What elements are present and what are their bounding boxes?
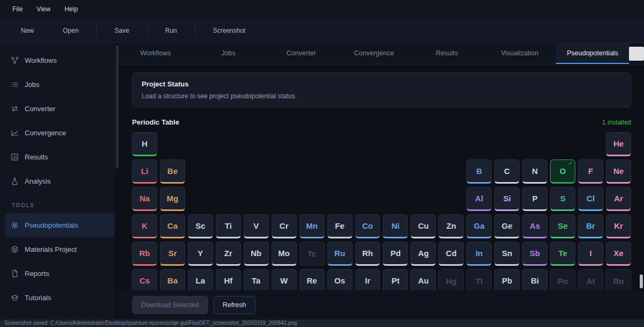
sidebar-item-tutorials[interactable]: Tutorials: [0, 286, 119, 310]
element-symbol: Tl: [475, 277, 482, 286]
tab-visualization[interactable]: Visualization: [484, 43, 557, 64]
sidebar-item-label: Convergence: [25, 129, 66, 137]
sidebar-scrollbar[interactable]: [115, 43, 119, 319]
element-Mn[interactable]: Mn: [299, 214, 325, 238]
element-Ru[interactable]: Ru: [327, 242, 353, 266]
toolbar-screenshot-button[interactable]: Screenshot: [199, 22, 260, 39]
element-H[interactable]: H: [132, 132, 157, 156]
sidebar-item-pseudopotentials[interactable]: Pseudopotentials: [5, 213, 114, 237]
element-Ge[interactable]: Ge: [494, 214, 519, 238]
refresh-button[interactable]: Refresh: [214, 296, 255, 314]
element-Rb[interactable]: Rb: [132, 242, 157, 266]
element-Br[interactable]: Br: [578, 214, 603, 238]
tab-bar: WorkflowsJobsConverterConvergenceResults…: [119, 43, 644, 64]
analysis-icon: [11, 177, 19, 185]
menu-view[interactable]: View: [30, 0, 57, 18]
content-scrollbar-thumb[interactable]: [640, 274, 643, 288]
tab-workflows[interactable]: Workflows: [119, 43, 192, 64]
element-Cl[interactable]: Cl: [578, 187, 603, 211]
sidebar-item-workflows[interactable]: Workflows: [0, 48, 119, 72]
element-Rh[interactable]: Rh: [355, 242, 380, 266]
sidebar-item-reports[interactable]: Reports: [0, 261, 119, 286]
element-Ni[interactable]: Ni: [383, 214, 408, 238]
element-Mo[interactable]: Mo: [272, 242, 297, 266]
element-symbol: Ca: [167, 221, 178, 230]
element-Sc[interactable]: Sc: [188, 214, 213, 238]
toolbar-run-button[interactable]: Run: [151, 22, 192, 39]
menu-file[interactable]: File: [5, 0, 30, 18]
element-Kr[interactable]: Kr: [606, 214, 631, 238]
element-Tc[interactable]: Tc: [299, 242, 325, 266]
element-symbol: Xe: [613, 249, 623, 258]
element-Cd[interactable]: Cd: [438, 242, 464, 266]
element-Nb[interactable]: Nb: [244, 242, 269, 266]
element-In[interactable]: In: [466, 242, 492, 266]
element-K[interactable]: K: [132, 214, 157, 238]
element-As[interactable]: As: [522, 214, 547, 238]
sidebar-item-converter[interactable]: Converter: [0, 97, 119, 121]
element-O[interactable]: O✓: [550, 159, 575, 184]
element-symbol: In: [475, 249, 482, 258]
sidebar-item-convergence[interactable]: Convergence: [0, 121, 119, 145]
element-Li[interactable]: Li: [132, 159, 157, 184]
tab-scrollbar[interactable]: [629, 47, 644, 61]
element-Sr[interactable]: Sr: [160, 242, 185, 266]
sidebar-scrollbar-thumb[interactable]: [116, 45, 119, 169]
toolbar-open-button[interactable]: Open: [48, 22, 93, 39]
element-Na[interactable]: Na: [132, 187, 157, 211]
element-Al[interactable]: Al: [466, 187, 492, 211]
status-text: Screenshot saved: C:/Users/Administrator…: [4, 320, 297, 326]
element-Cr[interactable]: Cr: [272, 214, 297, 238]
element-Pd[interactable]: Pd: [383, 242, 408, 266]
element-Y[interactable]: Y: [188, 242, 213, 266]
element-Co[interactable]: Co: [355, 214, 380, 238]
element-Be[interactable]: Be: [160, 159, 185, 184]
element-Zn[interactable]: Zn: [438, 214, 464, 238]
element-Ne[interactable]: Ne: [606, 159, 631, 184]
sidebar-item-materials-project[interactable]: Materials Project: [0, 237, 119, 261]
element-B[interactable]: B: [466, 159, 492, 184]
sidebar-nav: WorkflowsJobsConverterConvergenceResults…: [0, 48, 119, 193]
element-Mg[interactable]: Mg: [160, 187, 185, 211]
element-Xe[interactable]: Xe: [606, 242, 631, 266]
installed-check-icon: ✓: [569, 161, 573, 166]
element-Ar[interactable]: Ar: [606, 187, 631, 211]
sidebar-item-analysis[interactable]: Analysis: [0, 169, 119, 193]
download-selected-button[interactable]: Download Selected: [132, 296, 208, 314]
element-P[interactable]: P: [522, 187, 547, 211]
element-Sn[interactable]: Sn: [494, 242, 519, 266]
element-S[interactable]: S: [550, 187, 575, 211]
element-N[interactable]: N: [522, 159, 547, 184]
element-Zr[interactable]: Zr: [216, 242, 241, 266]
element-Si[interactable]: Si: [494, 187, 519, 211]
element-Cu[interactable]: Cu: [411, 214, 436, 238]
element-symbol: Pb: [502, 276, 512, 285]
tab-results[interactable]: Results: [411, 43, 484, 64]
tab-converter[interactable]: Converter: [265, 43, 338, 64]
element-Ga[interactable]: Ga: [466, 214, 492, 238]
tab-convergence[interactable]: Convergence: [338, 43, 411, 64]
jobs-icon: [11, 81, 19, 89]
menu-help[interactable]: Help: [57, 0, 85, 18]
element-He[interactable]: He: [606, 132, 631, 156]
element-Fe[interactable]: Fe: [327, 214, 353, 238]
sidebar-item-results[interactable]: Results: [0, 145, 119, 169]
element-I[interactable]: I: [578, 242, 603, 266]
element-Te[interactable]: Te: [550, 242, 575, 266]
element-symbol: Ar: [614, 194, 623, 203]
element-Ca[interactable]: Ca: [160, 214, 185, 238]
element-Sb[interactable]: Sb: [522, 242, 547, 266]
toolbar-save-button[interactable]: Save: [100, 22, 143, 39]
tab-pseudopotentials[interactable]: Pseudopotentials: [556, 43, 629, 64]
toolbar-new-button[interactable]: New: [6, 22, 48, 39]
element-Ti[interactable]: Ti: [216, 214, 241, 238]
element-Se[interactable]: Se: [550, 214, 575, 238]
element-symbol: W: [280, 276, 288, 285]
element-C[interactable]: C: [494, 159, 519, 184]
sidebar-item-label: Results: [25, 153, 48, 161]
element-F[interactable]: F: [578, 159, 603, 184]
sidebar-item-jobs[interactable]: Jobs: [0, 72, 119, 97]
element-Ag[interactable]: Ag: [411, 242, 436, 266]
element-V[interactable]: V: [244, 214, 269, 238]
tab-jobs[interactable]: Jobs: [192, 43, 265, 64]
